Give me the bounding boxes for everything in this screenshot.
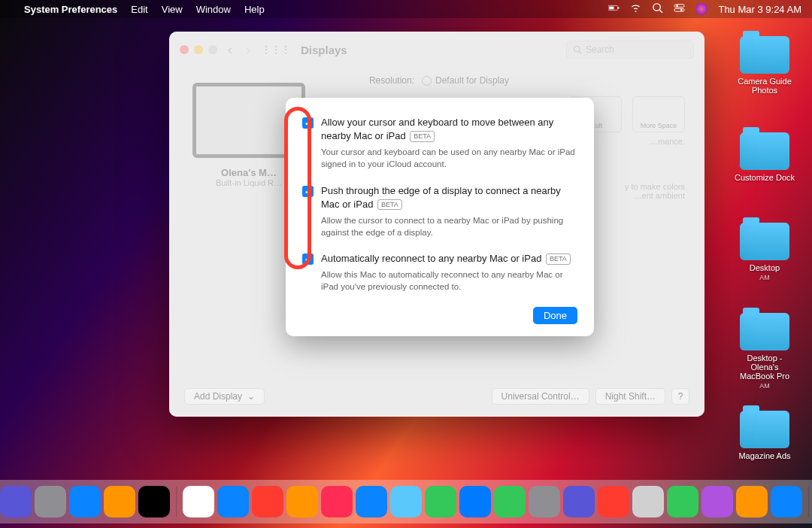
checkbox-label: Automatically reconnect to any nearby Ma…: [321, 252, 577, 266]
app-menu[interactable]: System Preferences: [24, 4, 117, 15]
folder-label: Magazine Ads: [734, 451, 795, 460]
dock-app[interactable]: [0, 486, 32, 517]
svg-line-4: [660, 10, 663, 13]
battery-icon[interactable]: [608, 2, 620, 16]
folder-label: Camera Guide Photos: [734, 77, 795, 95]
folder-icon: [740, 36, 789, 74]
dock-app[interactable]: [35, 486, 66, 517]
folder-label: Desktop - Olena's MacBook Pro: [734, 354, 795, 381]
desktop-folder[interactable]: Desktop - Olena's MacBook ProAM: [734, 313, 795, 390]
dock-app[interactable]: [494, 486, 526, 517]
dock-app[interactable]: [459, 486, 491, 517]
checkbox[interactable]: [302, 186, 314, 197]
clock[interactable]: Thu Mar 3 9:24 AM: [718, 4, 801, 15]
checkbox-description: Allow this Mac to automatically reconnec…: [321, 269, 577, 293]
control-center-icon[interactable]: [674, 2, 685, 16]
beta-badge: BETA: [377, 199, 402, 211]
folder-icon: [740, 313, 789, 350]
folder-label: Desktop: [734, 263, 795, 272]
desktop-folder[interactable]: Customize Dock: [734, 132, 795, 182]
folder-label: Customize Dock: [734, 173, 795, 182]
dock-app[interactable]: [183, 486, 214, 517]
checkbox-label: Allow your cursor and keyboard to move b…: [321, 116, 577, 143]
dock-app[interactable]: [321, 486, 353, 517]
dock-app[interactable]: [69, 486, 101, 517]
checkbox[interactable]: [302, 117, 314, 129]
dock-app[interactable]: [425, 486, 456, 517]
svg-point-8: [680, 9, 683, 11]
desktop-folder[interactable]: Camera Guide Photos: [734, 36, 795, 95]
desktop-folder[interactable]: Magazine Ads: [734, 411, 795, 460]
checkbox-label: Push through the edge of a display to co…: [321, 184, 577, 211]
universal-control-sheet: Allow your cursor and keyboard to move b…: [286, 98, 594, 336]
folder-icon: [740, 411, 789, 448]
menu-window[interactable]: Window: [196, 4, 231, 15]
svg-point-3: [653, 4, 660, 11]
siri-icon[interactable]: [695, 3, 707, 15]
dock-app[interactable]: [598, 486, 629, 517]
menu-help[interactable]: Help: [244, 4, 265, 15]
checkbox[interactable]: [302, 253, 314, 265]
beta-badge: BETA: [410, 131, 435, 142]
dock-separator: [176, 487, 177, 517]
dock-app[interactable]: [529, 486, 560, 517]
dock: [0, 480, 812, 523]
desktop-folder[interactable]: DesktopAM: [734, 223, 795, 281]
dock-app[interactable]: [667, 486, 698, 517]
done-button[interactable]: Done: [533, 307, 577, 324]
checkbox-row: Allow your cursor and keyboard to move b…: [302, 116, 577, 171]
menu-edit[interactable]: Edit: [131, 4, 147, 15]
dock-app[interactable]: [771, 486, 802, 517]
dock-separator: [808, 487, 809, 517]
dock-app[interactable]: [356, 486, 387, 517]
dock-app[interactable]: [286, 486, 318, 517]
dock-app[interactable]: [104, 486, 135, 517]
dock-app[interactable]: [701, 486, 733, 517]
folder-icon: [740, 132, 789, 170]
checkbox-row: Push through the edge of a display to co…: [302, 184, 577, 239]
checkbox-description: Your cursor and keyboard can be used on …: [321, 146, 577, 170]
dock-app[interactable]: [736, 486, 768, 517]
dock-app[interactable]: [217, 486, 249, 517]
svg-rect-2: [619, 7, 620, 9]
spotlight-icon[interactable]: [652, 2, 663, 16]
svg-rect-5: [674, 5, 684, 8]
dock-app[interactable]: [563, 486, 595, 517]
svg-point-7: [677, 5, 679, 7]
svg-rect-1: [610, 7, 614, 10]
checkbox-description: Allow the cursor to connect to a nearby …: [321, 214, 577, 238]
svg-rect-6: [674, 8, 684, 11]
beta-badge: BETA: [546, 253, 571, 265]
dock-app[interactable]: [632, 486, 664, 517]
dock-app[interactable]: [138, 486, 170, 517]
folder-icon: [740, 223, 789, 260]
dock-app[interactable]: [390, 486, 422, 517]
checkbox-row: Automatically reconnect to any nearby Ma…: [302, 252, 577, 293]
menu-view[interactable]: View: [162, 4, 183, 15]
dock-app[interactable]: [252, 486, 283, 517]
menu-bar: System Preferences Edit View Window Help…: [0, 0, 812, 18]
wifi-icon[interactable]: [630, 2, 641, 16]
